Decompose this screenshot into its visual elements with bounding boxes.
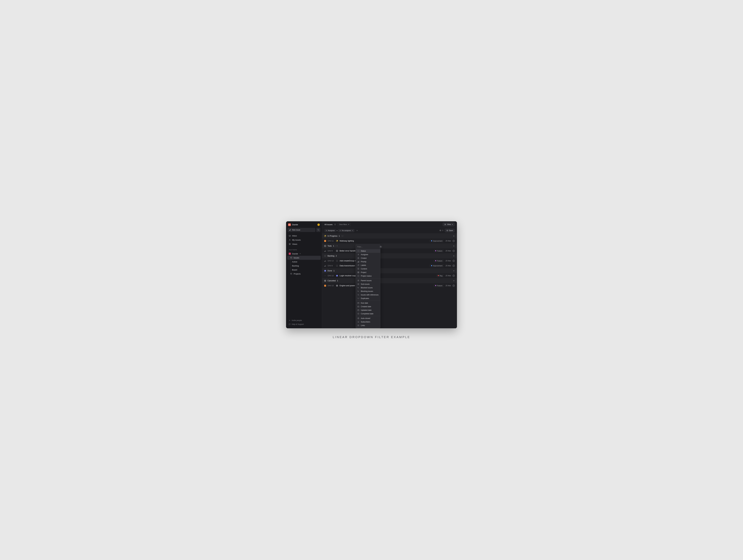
svg-point-35: [357, 250, 359, 252]
footer-invite-people[interactable]: Invite people: [287, 318, 321, 322]
inbox-icon: [289, 235, 291, 237]
dropdown-item-subscribers[interactable]: Subscribers: [356, 320, 380, 324]
issue-row[interactable]: DAV-10 Login resolver support Bug 25 Mar: [322, 273, 457, 278]
priority-icon[interactable]: [324, 265, 326, 267]
issue-row[interactable]: DAV-11 Walkway lighting Improvement 25 M…: [322, 239, 457, 244]
footer-help-support[interactable]: Help & Support: [287, 322, 321, 326]
tree-item-active[interactable]: Active: [287, 260, 321, 264]
group-header-todo[interactable]: Todo 1 / 3: [322, 244, 457, 249]
dropdown-item-blocked-issues[interactable]: Blocked issues: [356, 286, 380, 290]
tree-item-issues[interactable]: Issues: [287, 256, 321, 260]
issue-row[interactable]: DAV-15 Engine and power syst Feature 25 …: [322, 283, 457, 288]
dropdown-item-issues-with-references[interactable]: Issues with references: [356, 293, 380, 297]
dropdown-item-label: Assignee: [361, 254, 368, 256]
svg-rect-24: [325, 266, 325, 266]
label-pill[interactable]: Feature: [434, 250, 444, 252]
dropdown-item-label: Priority: [361, 261, 366, 263]
assignee-avatar[interactable]: [452, 264, 455, 267]
add-filter-button[interactable]: [355, 229, 359, 232]
filterbar: Assignee is No assignee✕ 6 / 9 Save: [322, 228, 457, 233]
dropdown-item-labels[interactable]: Labels: [356, 263, 380, 267]
save-button[interactable]: Save: [445, 229, 454, 232]
dropdown-item-project[interactable]: Project: [356, 271, 380, 274]
dropdown-item-completed-date[interactable]: Completed date: [356, 312, 380, 315]
add-issue-button[interactable]: [453, 255, 455, 257]
clear-filters-button[interactable]: Clear filters ✕: [338, 223, 351, 226]
issue-list[interactable]: In Progress 1 / 2 DAV-11 Walkway lightin…: [322, 233, 457, 328]
footer-label: Invite people: [292, 319, 302, 321]
filter-chip-assignee[interactable]: Assignee: [324, 229, 336, 232]
assignee-avatar[interactable]: [452, 260, 455, 262]
assignee-avatar[interactable]: [452, 250, 455, 252]
add-issue-button[interactable]: [453, 245, 455, 247]
add-issue-button[interactable]: [453, 235, 455, 237]
chip-label: Assignee: [328, 230, 335, 231]
assignee-avatar[interactable]: [452, 240, 455, 242]
view-button[interactable]: View ▼: [443, 223, 454, 226]
search-button[interactable]: [316, 228, 320, 232]
svg-point-36: [358, 254, 359, 255]
group-header-in-progress[interactable]: In Progress 1 / 2: [322, 233, 457, 239]
filter-op: is: [337, 230, 338, 231]
nav-item-views[interactable]: Views: [287, 242, 321, 246]
tree-item-board[interactable]: Board: [287, 268, 321, 272]
group-header-backlog[interactable]: Backlog 2: [322, 253, 457, 258]
auto-icon: [357, 317, 359, 319]
new-issue-button[interactable]: New issue: [288, 228, 315, 232]
assignee-avatar[interactable]: [452, 285, 455, 287]
nav-item-inbox[interactable]: Inbox: [287, 234, 321, 238]
priority-icon[interactable]: [324, 250, 326, 252]
group-header-canceled[interactable]: Canceled 1: [322, 278, 457, 283]
dropdown-search-input[interactable]: [357, 246, 380, 248]
label-pill[interactable]: Bug: [436, 274, 444, 277]
nav-item-my-issues[interactable]: My issues: [287, 238, 321, 242]
dropdown-item-status[interactable]: Status: [356, 249, 380, 253]
status-icon: [324, 280, 326, 282]
star-icon[interactable]: [334, 223, 336, 225]
tree-item-projects[interactable]: Projects: [287, 272, 321, 276]
close-icon[interactable]: ✕: [352, 230, 353, 231]
svg-rect-51: [357, 302, 359, 304]
dropdown-item-due-date[interactable]: Due date: [356, 301, 380, 305]
assignee-avatar[interactable]: [452, 274, 455, 277]
issue-date: 25 Mar: [445, 285, 451, 287]
label-pill[interactable]: Improvement: [430, 264, 444, 267]
dropdown-item-updated-date[interactable]: Updated date: [356, 308, 380, 312]
add-issue-button[interactable]: [453, 270, 455, 272]
dropdown-item-auto-closed[interactable]: Auto-closed: [356, 316, 380, 320]
dropdown-item-project-status[interactable]: Project status: [356, 274, 380, 278]
status-icon: [336, 250, 338, 252]
issue-row[interactable]: DAV-8 Data transmission Improvement 25 M…: [322, 263, 457, 268]
team-badge: [289, 253, 291, 255]
label-pill[interactable]: Improvement: [430, 240, 444, 242]
priority-icon[interactable]: [324, 240, 326, 242]
team-item-davide[interactable]: Davide ▼: [287, 252, 321, 256]
dropdown-item-duplicates[interactable]: Duplicates: [356, 297, 380, 300]
label-pill[interactable]: Feature: [434, 284, 444, 287]
dropdown-item-creator[interactable]: Creator: [356, 256, 380, 260]
group-header-done[interactable]: Done 1: [322, 268, 457, 273]
dropdown-item-assignee[interactable]: Assignee: [356, 253, 380, 256]
dropdown-item-sub-issues[interactable]: Sub-issues: [356, 283, 380, 286]
add-issue-button[interactable]: [453, 280, 455, 282]
workspace-avatar[interactable]: DA: [288, 223, 291, 226]
svg-rect-19: [324, 261, 325, 262]
filter-chip-no-assignee[interactable]: No assignee✕: [338, 229, 354, 232]
priority-icon[interactable]: [324, 260, 326, 262]
label-pill[interactable]: Feature: [434, 259, 444, 262]
dropdown-item-blocking-issues[interactable]: Blocking issues: [356, 290, 380, 293]
priority-icon[interactable]: [324, 285, 326, 287]
priority-icon: [357, 261, 359, 263]
priority-icon[interactable]: [324, 275, 326, 277]
issue-row[interactable]: DAV-13 Add createGroup muta Feature 25 M…: [322, 258, 457, 263]
dropdown-item-links[interactable]: Links: [356, 324, 380, 327]
filtered-count: 6: [440, 229, 441, 231]
dropdown-item-content[interactable]: Content: [356, 267, 380, 271]
tree-item-backlog[interactable]: Backlog: [287, 264, 321, 268]
workspace-name[interactable]: Davide: [292, 223, 316, 226]
dropdown-item-parent-issues[interactable]: Parent issues: [356, 279, 380, 283]
dropdown-item-created-date[interactable]: Created date: [356, 305, 380, 308]
dropdown-item-priority[interactable]: Priority: [356, 260, 380, 263]
issue-row[interactable]: DAV-9 Better error handling Feature 25 M…: [322, 249, 457, 253]
page-title: All issues: [324, 223, 333, 226]
